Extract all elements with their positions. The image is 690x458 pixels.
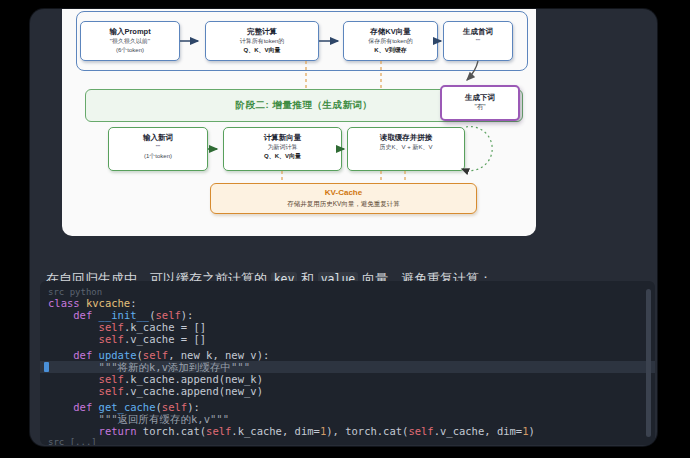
flow-box-sub: "有" (442, 103, 518, 111)
flow-box-next-token: 生成下词 "有" (440, 85, 520, 121)
flow-box-store-kv: 存储KV向量 保存所有token的 K、V到缓存 (343, 21, 438, 61)
kv-cache-box: KV-Cache 存储并复用历史KV向量，避免重复计算 (210, 183, 477, 214)
content-card: 输入Prompt "很久很久以前" (6个token) 完整计算 计算所有tok… (30, 9, 657, 446)
page-background: 输入Prompt "很久很久以前" (6个token) 完整计算 计算所有tok… (0, 0, 690, 458)
code-line: return torch.cat(self.k_cache, dim=1), t… (48, 425, 647, 437)
code-block-footer: src [...] (48, 437, 647, 445)
flow-box-title: 存储KV向量 (344, 27, 437, 36)
flow-box-title: 计算新向量 (224, 133, 341, 142)
flow-box-first-token: 生成首词 "" (443, 21, 513, 61)
code-scrollbar-thumb[interactable] (646, 289, 651, 437)
code-line: self.v_cache.append(new_v) (48, 385, 647, 397)
code-line: self.k_cache = [] (48, 321, 647, 333)
flow-box-sub: Q、K、V向量 (224, 152, 341, 160)
flow-box-sub: Q、K、V向量 (206, 46, 318, 54)
kv-cache-title: KV-Cache (211, 188, 476, 197)
flow-box-sub: 计算所有token的 (206, 37, 318, 45)
flow-box-sub: (1个token) (109, 152, 207, 160)
flow-box-sub: 历史K、V + 新K、V (348, 143, 464, 151)
stage2-label: 阶段二: 增量推理（生成新词） (236, 99, 373, 112)
kv-cache-desc: 存储并复用历史KV向量，避免重复计算 (211, 199, 476, 208)
flow-box-title: 生成首词 (444, 27, 512, 36)
flow-box-title: 完整计算 (206, 27, 318, 36)
code-line: def __init__(self): (48, 309, 647, 321)
flow-box-sub: "" (444, 37, 512, 45)
code-line: def get_cache(self): (48, 401, 647, 413)
code-lines: class kvcache: def __init__(self): self.… (48, 297, 647, 437)
flow-box-title: 输入新词 (109, 133, 207, 142)
flow-box-sub: K、V到缓存 (344, 46, 437, 54)
flow-box-sub: (6个token) (81, 46, 179, 54)
code-line: def update(self, new_k, new_v): (48, 349, 647, 361)
code-line: self.k_cache.append(new_k) (48, 373, 647, 385)
flow-box-new-vectors: 计算新向量 为新词计算 Q、K、V向量 (223, 127, 342, 171)
kv-cache-flow-diagram: 输入Prompt "很久很久以前" (6个token) 完整计算 计算所有tok… (62, 9, 536, 236)
code-line: """返回所有缓存的k,v""" (48, 413, 647, 425)
line-highlight-marker (44, 362, 49, 372)
flow-box-input-prompt: 输入Prompt "很久很久以前" (6个token) (80, 21, 180, 61)
code-line-highlighted: """将新的k,v添加到缓存中""" (40, 361, 655, 373)
flow-box-title: 读取缓存并拼接 (348, 133, 464, 142)
flow-box-title: 生成下词 (442, 93, 518, 102)
flow-box-sub: 为新词计算 (224, 143, 341, 151)
flow-box-full-compute: 完整计算 计算所有token的 Q、K、V向量 (205, 21, 319, 61)
code-block-header: src python (48, 287, 647, 297)
code-line: self.v_cache = [] (48, 333, 647, 345)
flow-box-input-new-token: 输入新词 "" (1个token) (108, 127, 208, 171)
flow-box-sub: 保存所有token的 (344, 37, 437, 45)
code-line: class kvcache: (48, 297, 647, 309)
flow-box-sub: "很久很久以前" (81, 37, 179, 45)
flow-box-sub: "" (109, 143, 207, 151)
flow-box-title: 输入Prompt (81, 27, 179, 36)
flow-box-read-cache-concat: 读取缓存并拼接 历史K、V + 新K、V (347, 127, 465, 171)
code-block[interactable]: src python class kvcache: def __init__(s… (40, 281, 655, 445)
